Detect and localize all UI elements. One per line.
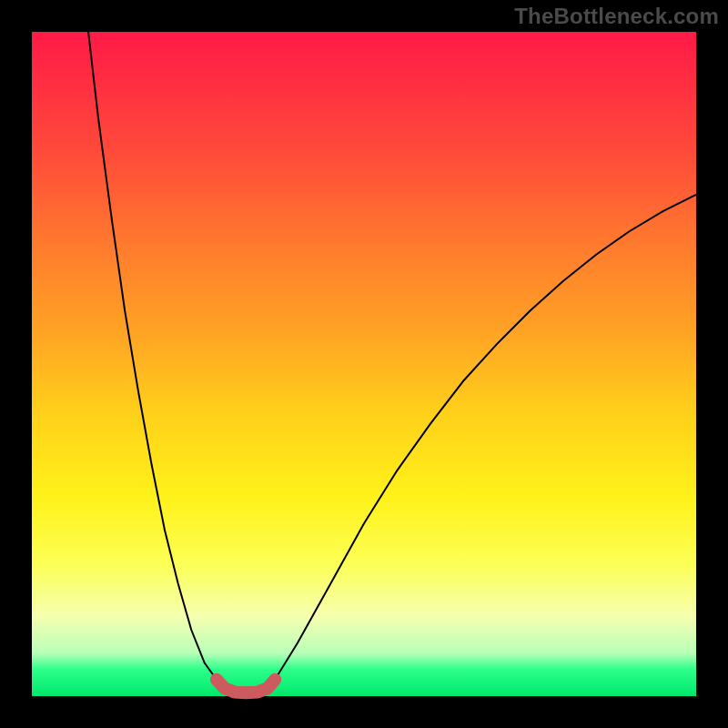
bottleneck-curve-right-path <box>275 195 696 680</box>
curve-svg <box>32 32 696 696</box>
chart-frame: TheBottleneck.com <box>0 0 728 728</box>
plot-area <box>32 32 696 696</box>
bottleneck-curve-left-path <box>88 32 217 680</box>
optimal-segment-path <box>217 680 275 693</box>
watermark-text: TheBottleneck.com <box>514 4 719 29</box>
